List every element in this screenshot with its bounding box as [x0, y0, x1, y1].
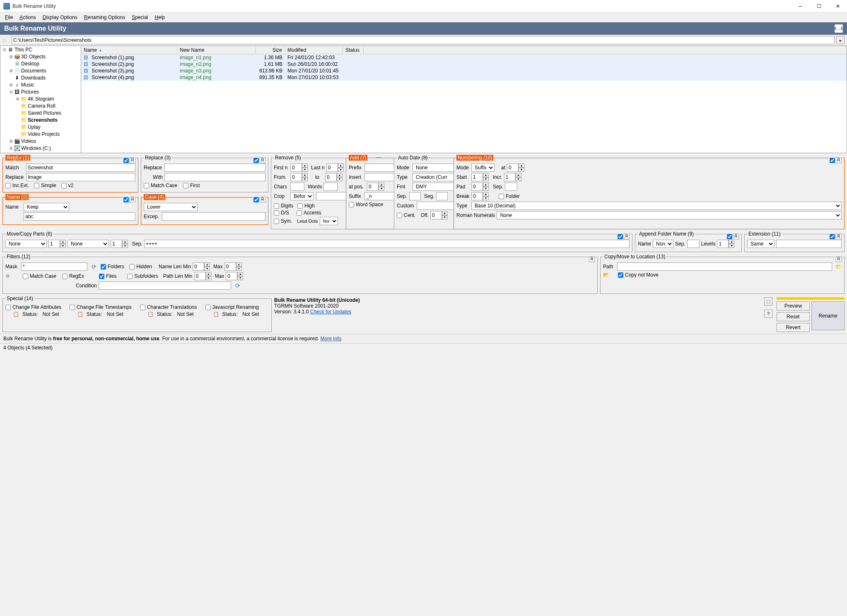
special-ct[interactable] [140, 305, 145, 310]
replace-reset[interactable]: R [260, 157, 265, 163]
menu-special[interactable]: Special [128, 13, 151, 22]
regex-reset[interactable]: R [130, 157, 135, 163]
refresh-icon-2[interactable]: ⟳ [235, 282, 240, 289]
filters-subfolders[interactable] [127, 274, 133, 279]
rename-button[interactable]: Rename [811, 301, 845, 330]
remove-firstn[interactable] [290, 164, 302, 172]
revert-button[interactable]: Revert [777, 323, 810, 332]
name-value-input[interactable] [24, 212, 135, 221]
filters-mask[interactable] [21, 262, 87, 271]
remove-crop-select[interactable]: Before [290, 192, 314, 200]
numbering-incr[interactable] [504, 173, 516, 181]
tree-node-video-projects[interactable]: 📁Video Projects [0, 130, 81, 137]
menu-help[interactable]: Help [152, 13, 169, 22]
copymove-reset[interactable]: R [836, 256, 842, 262]
remove-ds[interactable] [274, 210, 279, 216]
replace-enable[interactable] [253, 158, 259, 163]
autodate-sep[interactable] [409, 192, 421, 200]
filter-options-icon[interactable]: ⚙ [5, 273, 13, 279]
numbering-reset[interactable]: R [836, 157, 842, 163]
extension-reset[interactable]: R [836, 233, 842, 239]
autodate-seg[interactable] [436, 192, 448, 200]
attr-icon[interactable]: 📋 [13, 311, 19, 317]
column-name[interactable]: Name▲ [81, 46, 177, 54]
appendfolder-enable[interactable] [727, 234, 732, 239]
filters-pathlen-max[interactable] [226, 272, 237, 280]
menu-display-options[interactable]: Display Options [39, 13, 81, 22]
appendfolder-levels[interactable] [717, 240, 729, 248]
autodate-cent[interactable] [397, 213, 402, 218]
folder-arrow-icon[interactable]: 📂 [603, 272, 611, 278]
movecopy-reset[interactable]: R [624, 233, 630, 239]
regex-enable[interactable] [123, 158, 129, 163]
movecopy-sep[interactable] [144, 240, 630, 248]
close-button[interactable]: ✕ [828, 0, 847, 12]
case-reset[interactable]: R [260, 197, 265, 202]
tree-node-4k-stogram[interactable]: ⊞📁4K Stogram [0, 95, 81, 102]
numbering-start[interactable] [471, 173, 483, 181]
name-reset[interactable]: R [130, 197, 135, 202]
file-list[interactable]: Name▲ New Name Size Modified Status 🖼 Sc… [81, 46, 847, 153]
special-jr[interactable] [205, 305, 211, 310]
appendfolder-reset[interactable]: R [733, 233, 739, 239]
filters-condition[interactable] [99, 282, 231, 290]
column-status[interactable]: Status [343, 46, 364, 54]
tree-node-screenshots[interactable]: 📁Screenshots [0, 116, 81, 123]
file-row[interactable]: 🖼 Screenshot (2).pngimage_n2.png1.61 MBS… [81, 61, 847, 67]
tree-node-videos[interactable]: ⊞🎬Videos [0, 137, 81, 144]
remove-lastn[interactable] [326, 164, 338, 172]
numbering-folder[interactable] [499, 194, 504, 199]
filters-regex[interactable] [62, 274, 68, 279]
column-modified[interactable]: Modified [285, 46, 343, 54]
remove-high[interactable] [297, 203, 303, 209]
movecopy-n1[interactable] [48, 240, 60, 248]
preview-button[interactable]: Preview [777, 301, 810, 310]
filters-namelen[interactable] [193, 262, 204, 271]
settings-window-button[interactable]: ⬚ [764, 297, 772, 306]
tree-node-this-pc[interactable]: ⊟🖥This PC [0, 46, 81, 53]
more-info-link[interactable]: More Info [321, 336, 342, 342]
numbering-type[interactable]: Base 10 (Decimal) [471, 202, 842, 210]
tree-node-desktop[interactable]: 🖥Desktop [0, 60, 81, 67]
replace-first[interactable] [183, 183, 188, 188]
regex-incext[interactable] [5, 183, 11, 188]
replace-with-input[interactable] [164, 173, 265, 181]
remove-accents[interactable] [297, 210, 302, 216]
remove-sym[interactable] [274, 219, 279, 224]
file-row[interactable]: 🖼 Screenshot (3).pngimage_n3.png813.96 K… [81, 67, 847, 74]
go-button[interactable]: ▸ [836, 36, 845, 44]
menu-renaming-options[interactable]: Renaming Options [81, 13, 128, 22]
special-cfa[interactable] [5, 305, 11, 310]
numbering-break[interactable] [471, 192, 483, 200]
tree-node-windows-c-[interactable]: ⊞💽Windows (C:) [0, 144, 81, 152]
movecopy-opt2[interactable]: None [68, 240, 109, 248]
case-enable[interactable] [253, 197, 259, 202]
replace-input[interactable] [164, 164, 265, 172]
tree-node-pictures[interactable]: ⊟🖼Pictures [0, 88, 81, 95]
translation-icon[interactable]: 📋 [147, 311, 154, 317]
appendfolder-name[interactable]: None [653, 240, 673, 248]
copynotmove-check[interactable] [618, 272, 623, 278]
filters-matchcase[interactable] [23, 274, 28, 279]
special-cft[interactable] [70, 305, 75, 310]
regex-match-input[interactable] [26, 164, 135, 172]
remove-leaddots-select[interactable]: None [320, 217, 338, 225]
tree-node-uplay[interactable]: 📁Uplay [0, 123, 81, 130]
menu-file[interactable]: File [2, 13, 16, 22]
reset-button[interactable]: Reset [777, 312, 810, 321]
filters-hidden[interactable] [129, 264, 135, 270]
remove-words[interactable] [323, 183, 338, 191]
column-size[interactable]: Size [256, 46, 285, 54]
refresh-icon[interactable]: ⟳ [92, 263, 97, 270]
numbering-pad[interactable] [471, 183, 483, 191]
filters-reset[interactable]: R [589, 256, 595, 262]
tree-node-downloads[interactable]: ⬇Downloads [0, 74, 81, 81]
regex-replace-input[interactable] [26, 173, 135, 181]
tree-node-music[interactable]: ⊞♪Music [0, 81, 81, 88]
regex-simple[interactable] [34, 183, 39, 188]
maximize-button[interactable]: ☐ [810, 0, 828, 12]
replace-matchcase[interactable] [144, 183, 149, 188]
help-button[interactable]: ? [764, 310, 772, 318]
filters-files[interactable] [99, 274, 104, 279]
numbering-sep[interactable] [505, 183, 517, 191]
